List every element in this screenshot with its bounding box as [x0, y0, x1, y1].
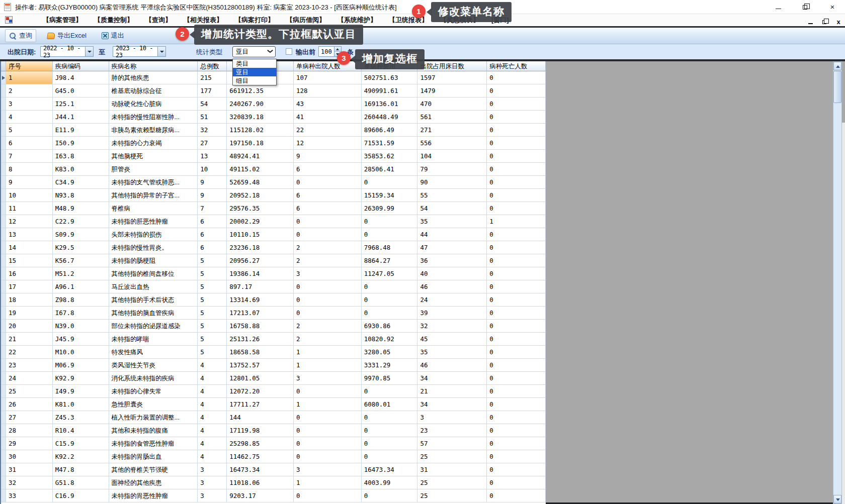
table-row[interactable]: 24K92.9消化系统未特指的疾病412801.0539970.85340 [1, 372, 546, 385]
table-row[interactable]: 4J44.1未特指的慢性阻塞性肺...51320839.1841260448.4… [1, 111, 546, 124]
cell-24-4: 12801.05 [227, 372, 294, 385]
table-row[interactable]: 5E11.9非胰岛素依赖型糖尿病...32115128.022289606.49… [1, 124, 546, 137]
cell-27-3: 4 [198, 411, 227, 424]
menu-item-1[interactable]: 【质量控制】 [94, 16, 133, 25]
scroll-down-icon[interactable] [833, 495, 841, 503]
row-indicator [1, 111, 6, 124]
window-minimize-button[interactable] [771, 2, 786, 12]
cell-30-4: 11462.75 [227, 450, 294, 463]
date-to-input[interactable]: 2023 - 10 - 23 [113, 46, 166, 57]
menu-item-3[interactable]: 【相关报表】 [184, 16, 223, 25]
cell-27-2: 植入性听力装置的调整... [109, 411, 198, 424]
cell-2-1: G45.0 [53, 84, 109, 97]
output-limit-label: 输出前 [296, 48, 315, 57]
menu-item-2[interactable]: 【查询】 [145, 16, 172, 25]
table-row[interactable]: 25I49.9未特指的心律失常412072.2000210 [1, 385, 546, 398]
cell-23-5: 1 [294, 359, 362, 372]
scrollbar-thumb[interactable] [833, 71, 841, 103]
cell-9-1: C34.9 [53, 176, 109, 189]
row-indicator [1, 463, 6, 476]
table-row[interactable]: 3I25.1动脉硬化性心脏病54240267.9043169136.014700 [1, 97, 546, 111]
table-row[interactable]: 28R10.4其他和未特指的腹痛417119.9800230 [1, 424, 546, 437]
table-row[interactable]: 31M47.8其他的脊椎关节强硬316473.34316473.34310 [1, 463, 546, 476]
output-limit-checkbox[interactable] [286, 48, 292, 55]
mdi-minimize-button[interactable] [805, 17, 816, 24]
menu-item-0[interactable]: 【病案管理】 [43, 16, 82, 25]
calendar-dropdown-icon[interactable] [85, 47, 93, 56]
table-row[interactable]: 23M06.9类风湿性关节炎413752.5713331.29460 [1, 359, 546, 372]
stat-type-option-类目[interactable]: 类目 [233, 59, 276, 68]
table-row[interactable]: 7I63.8其他脑梗死1348924.41935853.621040 [1, 150, 546, 163]
column-header-7[interactable]: 出院占用床日数 [417, 61, 487, 71]
menu-item-5[interactable]: 【病历借阅】 [286, 16, 325, 25]
table-row[interactable]: 16M51.2其他特指的椎间盘移位519386.14311247.05400 [1, 267, 546, 280]
table-row[interactable]: 15K56.7未特指的肠梗阻520956.2728864.27360 [1, 254, 546, 267]
export-excel-button[interactable]: 导出Excel [43, 29, 91, 42]
table-row[interactable]: 30K92.2未特指的胃肠出血411462.7500250 [1, 450, 546, 463]
cell-15-6: 8864.27 [362, 254, 418, 267]
table-row[interactable]: 20N39.0部位未特指的泌尿道感染516758.8826930.86320 [1, 320, 546, 333]
mdi-close-button[interactable]: x [833, 17, 844, 24]
calendar-dropdown-icon[interactable] [157, 47, 165, 56]
column-header-8[interactable]: 病种死亡人数 [487, 61, 546, 71]
stat-type-option-细目[interactable]: 细目 [233, 76, 276, 85]
cell-5-2: 非胰岛素依赖型糖尿病... [109, 124, 198, 137]
callout-badge-1: 1 [412, 5, 426, 18]
cell-12-3: 6 [198, 215, 227, 228]
date-from-input[interactable]: 2022 - 10 - 23 [40, 46, 94, 57]
mdi-restore-button[interactable] [819, 17, 830, 24]
table-row[interactable]: 21J45.9未特指的哮喘525131.26210820.92450 [1, 333, 546, 346]
table-row[interactable]: 26K81.0急性胆囊炎417711.2716080.01340 [1, 398, 546, 411]
table-row[interactable]: 17A96.1马丘波出血热5897.1700460 [1, 280, 546, 293]
table-row[interactable]: 11M48.9脊椎病729576.35626309.99540 [1, 202, 546, 215]
window-close-button[interactable]: × [825, 2, 840, 12]
row-indicator [1, 228, 6, 241]
table-row[interactable]: 32G51.8面神经的其他疾患311018.0614003.99250 [1, 476, 546, 489]
exit-button[interactable]: 退出 [98, 29, 128, 42]
cell-25-4: 12072.20 [227, 385, 294, 398]
window-restore-button[interactable] [797, 2, 812, 12]
table-row[interactable]: 9C34.9未特指的支气管或肺恶...952659.4800900 [1, 176, 546, 189]
cell-31-0: 31 [6, 463, 53, 476]
close-icon: × [830, 3, 835, 11]
menu-item-4[interactable]: 【病案打印】 [235, 16, 274, 25]
cell-30-8: 0 [487, 450, 546, 463]
table-row[interactable]: 33C16.9未特指的胃恶性肿瘤39203.1700250 [1, 489, 546, 502]
cell-8-5: 6 [294, 163, 362, 176]
table-row[interactable]: 13S09.9头部未特指的损伤610110.1500440 [1, 228, 546, 241]
column-header-1[interactable]: 疾病编码 [53, 61, 109, 71]
table-row[interactable]: 27Z45.3植入性听力装置的调整...41440030 [1, 411, 546, 424]
column-header-3[interactable]: 总例数 [198, 61, 227, 71]
table-row[interactable]: 19I67.8其他特指的脑血管疾病517213.0700390 [1, 307, 546, 320]
cell-12-2: 未特指的肝恶性肿瘤 [109, 215, 198, 228]
query-button[interactable]: 查询 [5, 29, 36, 42]
table-row[interactable]: 12C22.9未特指的肝恶性肿瘤620002.2900351 [1, 215, 546, 228]
cell-4-2: 未特指的慢性阻塞性肺... [109, 111, 198, 124]
cell-7-1: I63.8 [53, 150, 109, 163]
column-header-0[interactable]: 序号 [6, 61, 53, 71]
cell-17-4: 897.17 [227, 280, 294, 293]
cell-31-1: M47.8 [53, 463, 109, 476]
column-header-2[interactable]: 疾病名称 [109, 61, 198, 71]
table-row[interactable]: 22M10.0特发性痛风518658.5813280.05350 [1, 346, 546, 359]
row-indicator [1, 424, 6, 437]
table-row[interactable]: 10N93.8其他特指的异常的子宫...920952.18615159.3455… [1, 189, 546, 202]
spinner-up-icon[interactable] [334, 47, 341, 51]
mdi-child-icon [5, 16, 13, 24]
table-row[interactable]: 2G45.0椎基底动脉综合征177661912.35128490991.6114… [1, 84, 546, 97]
scroll-up-icon[interactable] [833, 62, 841, 70]
stat-type-combobox[interactable]: 亚目 [232, 46, 276, 57]
table-row[interactable]: 14K29.5未特指的慢性胃炎。623236.1827968.48470 [1, 241, 546, 254]
table-row[interactable]: 8K83.0胆管炎1049115.02628506.41790 [1, 163, 546, 176]
menu-item-6[interactable]: 【系统维护】 [337, 16, 377, 25]
table-row[interactable]: 29C15.9未特指的食管恶性肿瘤425298.8500570 [1, 437, 546, 450]
cell-2-2: 椎基底动脉综合征 [109, 84, 198, 97]
cell-13-5: 0 [294, 228, 362, 241]
cell-21-1: J45.9 [53, 333, 109, 346]
table-row[interactable]: 6I50.9未特指的心力衰竭27197150.181271531.595560 [1, 137, 546, 150]
cell-20-2: 部位未特指的泌尿道感染 [109, 320, 198, 333]
stat-type-option-亚目[interactable]: 亚目 [233, 68, 276, 76]
table-row[interactable]: 18Z98.8其他特指的手术后状态513314.6900240 [1, 293, 546, 307]
cell-32-6: 4003.99 [362, 476, 418, 489]
vertical-scrollbar[interactable] [833, 61, 842, 504]
